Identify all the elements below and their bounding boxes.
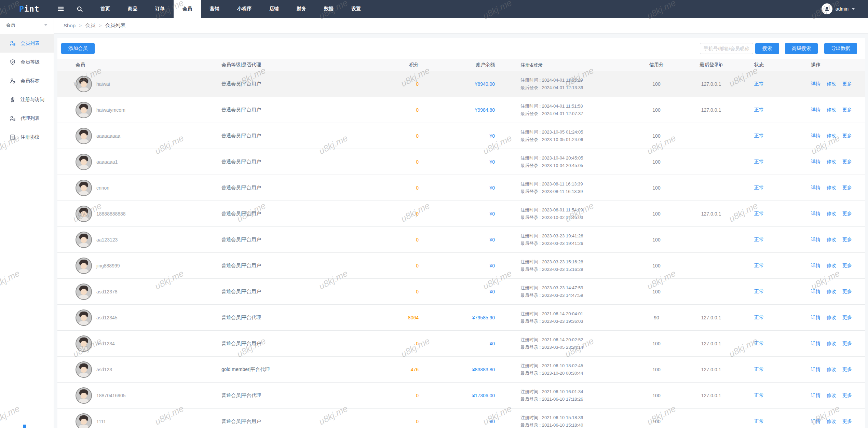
- export-data-button[interactable]: 导出数据: [824, 43, 857, 54]
- register-time: 注册时间 : 2024-04-01 11:55:29: [520, 77, 634, 84]
- action-more[interactable]: 更多: [842, 341, 852, 347]
- action-detail[interactable]: 详情: [811, 107, 820, 113]
- member-avatar: [76, 387, 92, 404]
- add-member-button[interactable]: 添加会员: [61, 43, 95, 54]
- action-edit[interactable]: 修改: [827, 185, 836, 191]
- action-edit[interactable]: 修改: [827, 418, 836, 425]
- last-login-time: 最后登录 : 2024-04-01 12:13:39: [520, 84, 634, 92]
- action-detail[interactable]: 详情: [811, 418, 820, 425]
- sidebar-item-注册协议[interactable]: 注册协议: [0, 128, 54, 147]
- search-button[interactable]: 搜索: [755, 43, 779, 54]
- breadcrumb-item-shop[interactable]: Shop: [64, 23, 76, 28]
- action-more[interactable]: 更多: [842, 315, 852, 321]
- member-balance: ¥0: [426, 263, 501, 268]
- action-more[interactable]: 更多: [842, 237, 852, 243]
- user-menu[interactable]: admin: [822, 3, 855, 14]
- sidebar-item-注册与访问[interactable]: 注册与访问: [0, 90, 54, 109]
- last-login-time: 最后登录 : 2023-08-11 16:13:39: [520, 188, 634, 195]
- search-input[interactable]: [700, 43, 753, 54]
- member-avatar: [76, 154, 92, 170]
- action-edit[interactable]: 修改: [827, 237, 836, 243]
- register-time: 注册时间 : 2021-06-10 15:18:39: [520, 414, 634, 422]
- table-row: aa123123 普通会员|平台用户 0 ¥0 注册时间 : 2023-03-2…: [57, 227, 865, 253]
- action-more[interactable]: 更多: [842, 159, 852, 165]
- action-detail[interactable]: 详情: [811, 367, 820, 373]
- action-more[interactable]: 更多: [842, 185, 852, 191]
- action-detail[interactable]: 详情: [811, 185, 820, 191]
- member-avatar: [76, 413, 92, 428]
- nav-item-营销[interactable]: 营销: [201, 0, 228, 18]
- action-edit[interactable]: 修改: [827, 392, 836, 399]
- sidebar-item-会员等级[interactable]: 会员等级: [0, 53, 54, 71]
- action-edit[interactable]: 修改: [827, 107, 836, 113]
- action-edit[interactable]: 修改: [827, 133, 836, 139]
- sidebar-item-会员列表[interactable]: 会员列表: [0, 34, 54, 53]
- action-detail[interactable]: 详情: [811, 211, 820, 217]
- nav-item-首页[interactable]: 首页: [92, 0, 119, 18]
- member-points: 0: [342, 419, 426, 424]
- sidebar-header[interactable]: 会员: [0, 18, 54, 32]
- search-icon[interactable]: [73, 0, 86, 18]
- nav-item-财务[interactable]: 财务: [288, 0, 315, 18]
- action-detail[interactable]: 详情: [811, 315, 820, 321]
- action-edit[interactable]: 修改: [827, 289, 836, 295]
- user-list-icon: [9, 40, 16, 47]
- action-more[interactable]: 更多: [842, 263, 852, 269]
- nav-item-设置[interactable]: 设置: [342, 0, 370, 18]
- member-name: haiwai: [96, 81, 110, 87]
- member-register-login: 注册时间 : 2021-06-14 20:02:52 最后登录 : 2023-0…: [501, 336, 634, 351]
- action-detail[interactable]: 详情: [811, 133, 820, 139]
- table-row: haiwaiymcom 普通会员|平台用户 0 ¥9984.80 注册时间 : …: [57, 97, 865, 123]
- member-balance: ¥0: [426, 341, 501, 346]
- member-name: 18888888888: [96, 211, 126, 217]
- action-edit[interactable]: 修改: [827, 315, 836, 321]
- action-more[interactable]: 更多: [842, 392, 852, 399]
- row-actions: 详情修改更多: [774, 133, 865, 139]
- action-detail[interactable]: 详情: [811, 81, 820, 87]
- breadcrumb-item-member[interactable]: 会员: [85, 22, 95, 29]
- action-detail[interactable]: 详情: [811, 263, 820, 269]
- action-edit[interactable]: 修改: [827, 211, 836, 217]
- member-points: 0: [342, 341, 426, 346]
- action-more[interactable]: 更多: [842, 107, 852, 113]
- table-body: haiwai 普通会员|平台用户 0 ¥8940.00 注册时间 : 2024-…: [57, 71, 865, 428]
- member-balance: ¥0: [426, 289, 501, 294]
- action-detail[interactable]: 详情: [811, 392, 820, 399]
- sidebar-item-代理列表[interactable]: 代理列表: [0, 109, 54, 128]
- hamburger-menu-icon[interactable]: [54, 0, 68, 18]
- member-balance: ¥9984.80: [426, 107, 501, 113]
- member-credit: 100: [634, 159, 679, 165]
- member-balance: ¥0: [426, 185, 501, 191]
- sidebar-item-会员标签[interactable]: 会员标签: [0, 71, 54, 90]
- nav-item-数据[interactable]: 数据: [315, 0, 342, 18]
- action-detail[interactable]: 详情: [811, 237, 820, 243]
- member-credit: 100: [634, 237, 679, 243]
- nav-item-会员[interactable]: 会员: [174, 0, 201, 18]
- action-edit[interactable]: 修改: [827, 159, 836, 165]
- action-edit[interactable]: 修改: [827, 341, 836, 347]
- nav-item-小程序[interactable]: 小程序: [228, 0, 260, 18]
- advanced-search-button[interactable]: 高级搜索: [785, 43, 818, 54]
- sidebar-item-label: 注册协议: [21, 134, 40, 140]
- action-more[interactable]: 更多: [842, 211, 852, 217]
- nav-item-订单[interactable]: 订单: [146, 0, 174, 18]
- action-edit[interactable]: 修改: [827, 367, 836, 373]
- chat-widget[interactable]: [23, 425, 26, 428]
- action-more[interactable]: 更多: [842, 133, 852, 139]
- header-actions: 操作: [774, 62, 865, 68]
- action-more[interactable]: 更多: [842, 289, 852, 295]
- member-level: 普通会员|平台用户: [221, 211, 342, 217]
- nav-item-商品[interactable]: 商品: [119, 0, 146, 18]
- nav-item-店铺[interactable]: 店铺: [260, 0, 288, 18]
- action-more[interactable]: 更多: [842, 418, 852, 425]
- action-detail[interactable]: 详情: [811, 159, 820, 165]
- user-tag-icon: [9, 78, 16, 84]
- action-edit[interactable]: 修改: [827, 81, 836, 87]
- action-edit[interactable]: 修改: [827, 263, 836, 269]
- action-detail[interactable]: 详情: [811, 289, 820, 295]
- action-more[interactable]: 更多: [842, 367, 852, 373]
- action-detail[interactable]: 详情: [811, 341, 820, 347]
- register-time: 注册时间 : 2024-04-01 11:51:58: [520, 102, 634, 110]
- sidebar: 会员 会员列表会员等级会员标签注册与访问代理列表注册协议: [0, 18, 54, 428]
- action-more[interactable]: 更多: [842, 81, 852, 87]
